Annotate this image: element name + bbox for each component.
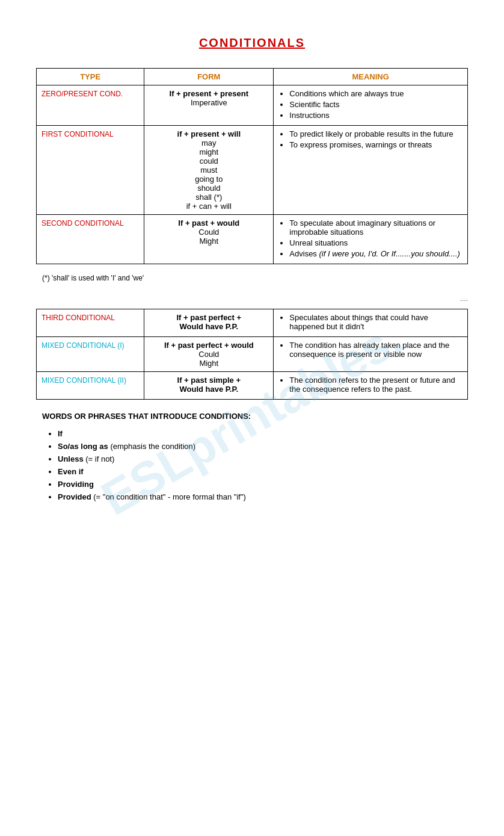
cell-meaning: Speculates about things that could have …	[274, 309, 468, 337]
cell-form: If + present + presentImperative	[144, 85, 274, 126]
list-item: Conditions which are always true	[289, 89, 463, 98]
cell-form: If + past simple +Would have P.P.	[144, 372, 274, 400]
page-title: CONDITIONALS	[36, 36, 468, 50]
table-row: MIXED CONDITIONAL (II)If + past simple +…	[37, 372, 468, 400]
col-header-type: TYPE	[37, 69, 144, 85]
cell-meaning: To speculate about imaginary situations …	[274, 215, 468, 264]
table-row: SECOND CONDITIONALIf + past + wouldCould…	[37, 215, 468, 264]
cell-meaning: The condition refers to the present or f…	[274, 372, 468, 400]
table-row: ZERO/PRESENT COND.If + present + present…	[37, 85, 468, 126]
list-item: If	[58, 429, 468, 438]
list-item: The condition has already taken place an…	[289, 341, 463, 359]
cell-form: If + past perfect + wouldCouldMight	[144, 337, 274, 372]
col-header-meaning: MEANING	[274, 69, 468, 85]
list-item: Scientific facts	[289, 100, 463, 109]
section-title: WORDS OR PHRASES THAT INTRODUCE CONDITIO…	[42, 412, 462, 421]
list-item: Unless (= if not)	[58, 454, 468, 463]
list-item: To speculate about imaginary situations …	[289, 218, 463, 237]
list-item: Unreal situations	[289, 238, 463, 247]
table-row: FIRST CONDITIONALif + present + willmaym…	[37, 126, 468, 215]
list-item: Providing	[58, 480, 468, 489]
cell-form: if + present + willmaymightcouldmustgoin…	[144, 126, 274, 215]
cell-type: THIRD CONDITIONAL	[37, 309, 144, 337]
table-conditionals-main: TYPE FORM MEANING ZERO/PRESENT COND.If +…	[36, 68, 468, 264]
list-item: To express promises, warnings or threats	[289, 140, 463, 149]
cell-type: MIXED CONDITIONAL (I)	[37, 337, 144, 372]
cell-type: SECOND CONDITIONAL	[37, 215, 144, 264]
cell-type: MIXED CONDITIONAL (II)	[37, 372, 144, 400]
list-item: The condition refers to the present or f…	[289, 376, 463, 394]
table-row: MIXED CONDITIONAL (I)If + past perfect +…	[37, 337, 468, 372]
phrases-list: IfSo/as long as (emphasis the condition)…	[58, 429, 468, 501]
list-item: So/as long as (emphasis the condition)	[58, 442, 468, 451]
list-item: Advises (if I were you, I'd. Or If......…	[289, 249, 463, 258]
list-item: Provided (= "on condition that" - more f…	[58, 492, 468, 501]
cell-meaning: Conditions which are always trueScientif…	[274, 85, 468, 126]
cell-form: If + past + wouldCouldMight	[144, 215, 274, 264]
list-item: Speculates about things that could have …	[289, 313, 463, 331]
cell-meaning: The condition has already taken place an…	[274, 337, 468, 372]
shall-note: (*) 'shall' is used with 'I' and 'we'	[42, 274, 468, 282]
table-conditionals-secondary: THIRD CONDITIONALIf + past perfect +Woul…	[36, 309, 468, 400]
cell-type: FIRST CONDITIONAL	[37, 126, 144, 215]
list-item: To predict likely or probable results in…	[289, 129, 463, 138]
table-row: THIRD CONDITIONALIf + past perfect +Woul…	[37, 309, 468, 337]
dotted-line: ....	[36, 294, 468, 303]
list-item: Instructions	[289, 111, 463, 120]
list-item: Even if	[58, 467, 468, 476]
col-header-form: FORM	[144, 69, 274, 85]
cell-type: ZERO/PRESENT COND.	[37, 85, 144, 126]
cell-form: If + past perfect +Would have P.P.	[144, 309, 274, 337]
cell-meaning: To predict likely or probable results in…	[274, 126, 468, 215]
